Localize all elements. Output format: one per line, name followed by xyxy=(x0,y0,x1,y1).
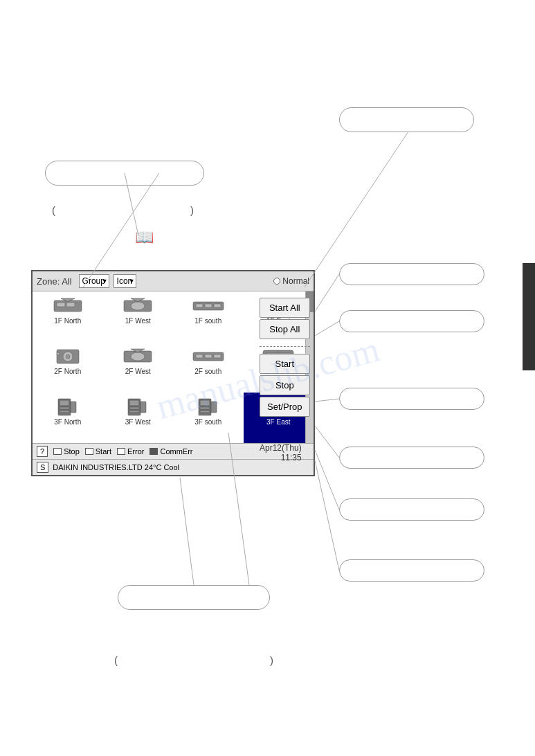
unit-cell-2f-north[interactable]: 2F North xyxy=(33,342,103,393)
annotation-box-upper-left xyxy=(45,161,204,186)
svg-rect-24 xyxy=(214,354,221,358)
unit-label-1f-south: 1F south xyxy=(194,317,221,325)
svg-rect-35 xyxy=(129,407,139,409)
unit-icon-cassette-5 xyxy=(51,347,84,366)
unit-icon-tower-1 xyxy=(51,397,84,417)
paren-left-bottom: ( xyxy=(114,654,118,666)
divider xyxy=(260,346,310,347)
set-prop-button[interactable]: Set/Prop xyxy=(260,397,310,417)
normal-radio[interactable]: Normal xyxy=(273,276,309,286)
unit-cell-3f-west[interactable]: 3F West xyxy=(103,393,174,443)
unit-label-3f-north: 3F North xyxy=(54,418,81,426)
legend-commerr: CommErr xyxy=(149,447,192,456)
annotation-box-right-4 xyxy=(339,447,484,469)
legend-error: Error xyxy=(117,447,144,456)
unit-label-2f-north: 2F North xyxy=(54,368,81,375)
svg-rect-31 xyxy=(60,411,69,413)
unit-icon-cassette-7 xyxy=(192,347,225,366)
legend-box-stop xyxy=(53,448,62,455)
stop-all-button[interactable]: Stop All xyxy=(260,319,310,339)
svg-rect-10 xyxy=(214,304,221,307)
svg-line-54 xyxy=(315,426,339,458)
radio-circle xyxy=(273,278,280,285)
svg-rect-37 xyxy=(140,402,146,413)
start-button[interactable]: Start xyxy=(260,354,310,374)
svg-line-51 xyxy=(315,274,339,312)
svg-rect-40 xyxy=(200,407,210,409)
legend-label-stop: Stop xyxy=(64,447,80,456)
unit-icon-cassette-2 xyxy=(121,296,154,316)
svg-rect-22 xyxy=(196,354,203,358)
unit-cell-1f-north[interactable]: 1F North xyxy=(33,291,103,342)
unit-icon-cassette-3 xyxy=(192,296,225,316)
start-all-button[interactable]: Start All xyxy=(260,298,310,318)
unit-label-1f-west: 1F West xyxy=(125,317,151,325)
annotation-box-top-right xyxy=(339,107,474,132)
unit-icon-cassette xyxy=(51,296,84,316)
svg-rect-32 xyxy=(71,402,76,413)
time-display: 11:35 xyxy=(260,453,302,462)
unit-cell-3f-north[interactable]: 3F North xyxy=(33,393,103,443)
unit-label-3f-south: 3F south xyxy=(194,418,221,426)
info-text: DAIKIN INDUSTRIES.LTD 24°C Cool xyxy=(53,463,179,471)
icon-select-wrapper[interactable]: Icon List ▼ xyxy=(114,274,136,288)
right-edge-bar xyxy=(523,263,535,370)
svg-rect-1 xyxy=(57,303,65,307)
svg-rect-42 xyxy=(211,402,217,413)
unit-label-1f-north: 1F North xyxy=(54,317,81,325)
svg-rect-30 xyxy=(60,407,69,409)
control-panel: Start All Stop All Start Stop Set/Prop xyxy=(260,298,310,417)
annotation-box-bottom-center xyxy=(118,585,270,610)
unit-label-2f-south: 2F south xyxy=(194,368,221,375)
svg-point-19 xyxy=(131,352,145,361)
svg-point-5 xyxy=(131,302,145,310)
unit-cell-3f-south[interactable]: 3F south xyxy=(173,393,244,443)
unit-label-2f-west: 2F West xyxy=(125,368,151,375)
group-select-wrapper[interactable]: Group Unit ▼ xyxy=(79,274,109,288)
annotation-box-right-5 xyxy=(339,498,484,521)
svg-rect-41 xyxy=(200,411,210,413)
help-button[interactable]: ? xyxy=(37,446,48,457)
unit-cell-2f-south[interactable]: 2F south xyxy=(173,342,244,393)
group-select[interactable]: Group Unit xyxy=(79,274,109,288)
svg-line-53 xyxy=(315,399,339,402)
paren-right-top: ) xyxy=(190,204,194,216)
annotation-box-right-3 xyxy=(339,388,484,410)
svg-rect-23 xyxy=(205,354,212,358)
paren-right-bottom: ) xyxy=(270,654,273,666)
unit-cell-2f-west[interactable]: 2F West xyxy=(103,342,174,393)
svg-rect-36 xyxy=(129,411,139,413)
book-icon: 📖 xyxy=(135,228,154,246)
svg-line-56 xyxy=(315,460,339,570)
svg-rect-34 xyxy=(129,400,139,406)
svg-rect-8 xyxy=(196,304,203,307)
legend-box-commerr xyxy=(149,448,158,455)
stop-button[interactable]: Stop xyxy=(260,375,310,395)
unit-icon-tower-2 xyxy=(121,397,154,417)
window-toolbar: Zone: All Group Unit ▼ Icon List ▼ Norma… xyxy=(33,271,314,291)
unit-icon-tower-3 xyxy=(192,397,225,417)
date-display: Apr12(Thu) xyxy=(260,443,302,453)
unit-cell-1f-south[interactable]: 1F south xyxy=(173,291,244,342)
svg-rect-9 xyxy=(205,304,212,307)
svg-line-52 xyxy=(315,321,339,336)
unit-icon-cassette-6 xyxy=(121,347,154,366)
unit-label-3f-east: 3F East xyxy=(266,418,290,426)
legend-label-start: Start xyxy=(96,447,111,456)
legend-label-commerr: CommErr xyxy=(160,447,192,456)
annotation-box-right-6 xyxy=(339,559,484,582)
svg-rect-29 xyxy=(60,400,69,406)
schedule-button[interactable]: S xyxy=(37,462,48,473)
legend-box-error xyxy=(117,448,125,455)
unit-cell-1f-west[interactable]: 1F West xyxy=(103,291,174,342)
svg-line-57 xyxy=(180,478,194,585)
legend-label-error: Error xyxy=(127,447,144,456)
svg-rect-2 xyxy=(66,303,75,307)
unit-label-3f-west: 3F West xyxy=(125,418,151,426)
svg-line-55 xyxy=(315,450,339,510)
legend-start: Start xyxy=(85,447,111,456)
icon-select[interactable]: Icon List xyxy=(114,274,136,288)
normal-label: Normal xyxy=(282,276,309,286)
legend-box-start xyxy=(85,448,93,455)
svg-point-16 xyxy=(66,354,70,359)
